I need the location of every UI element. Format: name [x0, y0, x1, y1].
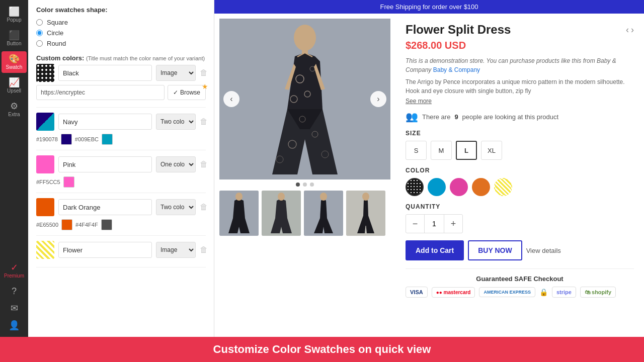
product-description: This is a demonstration store. You can p… [406, 56, 634, 74]
popup-icon: ⬜ [9, 7, 20, 16]
dark-orange-color2-swatch[interactable] [101, 219, 112, 230]
color-navy[interactable] [428, 178, 446, 196]
sidebar-item-user[interactable]: 👤 [2, 318, 27, 333]
watchers-prefix: There are [422, 113, 450, 121]
baby-company-link[interactable]: Baby & Company [433, 66, 480, 73]
checkmark-icon: ✓ [173, 89, 178, 96]
people-watching: 👥 There are 9 people are looking at this… [406, 111, 634, 123]
black-browse-button[interactable]: ✓ Browse ★ [168, 85, 206, 100]
size-xl[interactable]: XL [481, 141, 502, 160]
color-row-navy: Two colo One colo Image 🗑 #190078 #009EB… [36, 113, 206, 150]
shape-round-option[interactable]: Round [36, 40, 206, 47]
color-row-pink: One colo Two colo Image 🗑 #FF5CC5 [36, 155, 206, 193]
black-type-select[interactable]: Image One colo Two colo [156, 65, 196, 81]
thumbnail-2[interactable] [262, 191, 301, 236]
black-delete-button[interactable]: 🗑 [200, 68, 208, 77]
shape-square-radio[interactable] [36, 19, 43, 26]
flower-swatch-preview [36, 241, 54, 259]
safe-checkout: Guaranteed SAFE Checkout VISA ●● masterc… [406, 268, 634, 298]
dark-orange-type-select[interactable]: Two colo One colo Image [156, 199, 196, 215]
dot-3[interactable] [310, 183, 314, 187]
main-product-image: ‹› [219, 19, 390, 179]
sidebar-label-swatch: Swatch [6, 64, 23, 70]
color-flower[interactable] [494, 178, 512, 196]
image-next-arrow[interactable]: › [370, 91, 386, 107]
shipping-bar: Free Shipping for order over $100 [214, 0, 644, 14]
image-prev-arrow[interactable]: ‹ [223, 91, 239, 107]
product-area: Free Shipping for order over $100 [214, 0, 644, 337]
sidebar-item-extra[interactable]: ⚙ Extra [2, 99, 27, 120]
pink-type-select[interactable]: One colo Two colo Image [156, 156, 196, 172]
sidebar: ⬜ Popup ⬛ Button 🎨 Swatch 📈 Upsell ⚙ Ext… [0, 0, 28, 337]
help-icon: ? [12, 287, 17, 296]
flower-delete-button[interactable]: 🗑 [200, 245, 208, 254]
shape-square-label: Square [47, 19, 68, 26]
black-url-input[interactable] [36, 85, 165, 100]
sidebar-item-button[interactable]: ⬛ Button [2, 28, 27, 49]
thumbnail-4[interactable] [346, 191, 385, 236]
color-label: COLOR [406, 167, 634, 174]
dot-1[interactable] [296, 183, 300, 187]
quantity-controls: − + [406, 214, 463, 233]
shape-round-radio[interactable] [36, 40, 43, 47]
quantity-decrease[interactable]: − [406, 215, 424, 233]
shape-square-option[interactable]: Square [36, 19, 206, 26]
color-black[interactable] [406, 178, 424, 196]
shopify-badge: 🛍 shopify [580, 287, 616, 298]
dark-orange-name-input[interactable] [58, 199, 152, 215]
view-details-link[interactable]: View details [526, 247, 561, 254]
add-to-cart-button[interactable]: Add to Cart [406, 240, 464, 260]
shield-icon: 🔒 [539, 288, 548, 296]
dark-orange-color1-swatch[interactable] [61, 219, 72, 230]
pink-delete-button[interactable]: 🗑 [200, 160, 208, 169]
sidebar-item-email[interactable]: ✉ [2, 301, 27, 316]
user-icon: 👤 [9, 321, 20, 330]
color-pink[interactable] [450, 178, 468, 196]
navy-color1-swatch[interactable] [61, 134, 72, 145]
size-s[interactable]: S [406, 141, 427, 160]
stripe-badge: stripe [552, 287, 576, 298]
sidebar-label-premium: Premium [4, 273, 24, 279]
sidebar-item-premium[interactable]: ✓ Premium [2, 260, 27, 282]
extra-icon: ⚙ [10, 102, 18, 111]
shape-section-title: Color swatches shape: [36, 6, 206, 14]
size-options: S M L XL [406, 141, 634, 160]
dark-orange-hex1-label: #E65500 [36, 222, 58, 228]
sidebar-item-upsell[interactable]: 📈 Upsell [2, 75, 27, 97]
shape-circle-option[interactable]: Circle [36, 29, 206, 37]
thumbnail-3[interactable] [304, 191, 343, 236]
pink-name-input[interactable] [58, 156, 152, 172]
product-next-arrow[interactable]: › [631, 25, 634, 35]
color-orange[interactable] [472, 178, 490, 196]
quantity-input[interactable] [424, 215, 444, 233]
quantity-increase[interactable]: + [444, 215, 462, 233]
size-l[interactable]: L [456, 141, 477, 160]
navy-hex2-label: #009EBC [75, 136, 99, 142]
email-icon: ✉ [11, 304, 18, 313]
sidebar-item-help[interactable]: ? [2, 284, 27, 299]
navy-type-select[interactable]: Two colo One colo Image [156, 114, 196, 130]
amex-badge: AMERICAN EXPRESS [479, 287, 535, 297]
sidebar-item-swatch[interactable]: 🎨 Swatch [2, 51, 27, 73]
navy-delete-button[interactable]: 🗑 [200, 117, 208, 126]
shape-circle-radio[interactable] [36, 30, 43, 36]
product-prev-arrow[interactable]: ‹ [626, 25, 629, 35]
premium-icon: ✓ [11, 263, 18, 272]
size-label: SIZE [406, 130, 634, 137]
see-more-link[interactable]: See more [406, 98, 634, 105]
dot-2[interactable] [303, 183, 307, 187]
payment-icons: VISA ●● mastercard AMERICAN EXPRESS 🔒 st… [406, 287, 634, 298]
size-m[interactable]: M [431, 141, 452, 160]
flower-type-select[interactable]: Image One colo Two colo [156, 242, 196, 258]
flower-name-input[interactable] [58, 242, 152, 258]
dark-orange-delete-button[interactable]: 🗑 [200, 203, 208, 212]
thumbnail-1[interactable] [219, 191, 259, 236]
pink-color1-swatch[interactable] [63, 176, 74, 188]
bottom-banner-text: Customize Color Swatches on quick view [213, 343, 431, 355]
buy-now-button[interactable]: BUY NOW [468, 240, 522, 260]
sidebar-item-popup[interactable]: ⬜ Popup [2, 4, 27, 26]
navy-color2-swatch[interactable] [102, 134, 113, 145]
navy-name-input[interactable] [58, 114, 152, 130]
black-name-input[interactable] [58, 65, 152, 81]
watchers-count: 9 [454, 113, 458, 121]
